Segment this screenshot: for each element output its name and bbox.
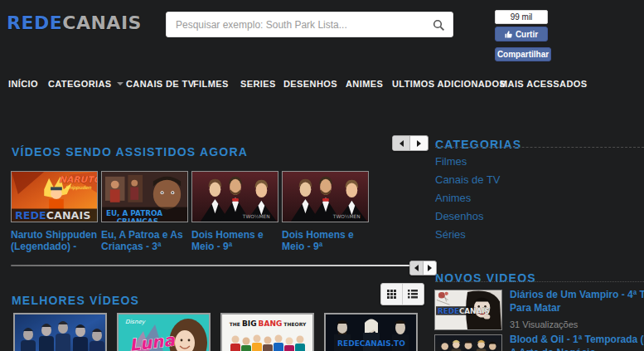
carousel-next-button[interactable] bbox=[410, 136, 428, 150]
svg-text:REDECANAIS: REDECANAIS bbox=[438, 307, 490, 315]
video-card: TWO½MEN Dois Homens e Meio - 9ª bbox=[282, 171, 370, 252]
bbt-bang-text: BANG bbox=[259, 319, 283, 328]
nav-inicio[interactable]: INÍCIO bbox=[8, 79, 38, 89]
carousel-prev-button[interactable] bbox=[393, 136, 410, 150]
arrow-right-icon bbox=[428, 265, 432, 271]
bbt-theory-text: THEORY bbox=[283, 321, 307, 327]
thumb-caption-line2: CRIANÇAS bbox=[117, 217, 158, 222]
nav-categorias-label: CATEGORIAS bbox=[48, 79, 112, 89]
section-divider bbox=[11, 265, 430, 266]
new-video-item: Blood & Oil - 1ª Temporada (Legendado) A… bbox=[510, 333, 644, 351]
watching-now-title: VÍDEOS SENDO ASSISTIDOS AGORA bbox=[12, 145, 248, 158]
new-video-title-line2[interactable]: A Arte do Negócio bbox=[510, 346, 644, 351]
thumbs-up-icon bbox=[505, 31, 512, 38]
sidebar-link-desenhos[interactable]: Desenhos bbox=[435, 207, 501, 226]
list-view-button[interactable] bbox=[403, 284, 424, 305]
chevron-down-icon bbox=[117, 82, 123, 85]
video-thumbnail-dois-homens[interactable]: TWO½MEN bbox=[191, 171, 278, 222]
new-video-views: 31 Visualizações bbox=[510, 319, 644, 329]
thumb-watermark-twomen: TWO½MEN bbox=[242, 214, 270, 219]
new-video-title-line1[interactable]: Diários de Um Vampiro - 4ª Temporada bbox=[510, 288, 644, 301]
logo-rede-text: REDE bbox=[7, 12, 62, 33]
video-card: EU, A PATROA CRIANÇAS Eu, A Patroa e As … bbox=[101, 171, 190, 252]
sidebar-divider bbox=[435, 147, 644, 148]
arrow-right-icon bbox=[417, 140, 421, 147]
bbt-the-text: THE bbox=[230, 321, 240, 327]
sidebar-link-series[interactable]: Séries bbox=[435, 226, 501, 244]
site-logo[interactable]: REDECANAIS bbox=[5, 8, 146, 37]
best-videos-row: Disney Luna THEBIGBANGTHEORY REDECANAIS.… bbox=[13, 313, 418, 351]
disney-brand-text: Disney bbox=[125, 319, 146, 325]
video-thumbnail-patroa[interactable]: EU, A PATROA CRIANÇAS bbox=[101, 171, 188, 222]
video-title[interactable]: Dois Homens e Meio - 9ª bbox=[282, 229, 373, 252]
view-mode-toggle bbox=[380, 283, 424, 305]
video-title[interactable]: Eu, A Patroa e As Crianças - 3ª bbox=[101, 229, 192, 252]
new-video-thumbnail-vampiro[interactable]: REDECANAIS bbox=[434, 290, 502, 330]
nav-desenhos[interactable]: DESENHOS bbox=[283, 79, 337, 89]
thumb-caption-line1: EU, A PATROA bbox=[106, 209, 162, 217]
facebook-like-button[interactable]: Curtir bbox=[495, 27, 548, 41]
carousel-prev-button[interactable] bbox=[410, 261, 424, 275]
carousel-next-button[interactable] bbox=[424, 261, 436, 275]
thumb-watermark-redecanais: REDECANAIS.TO bbox=[337, 339, 405, 348]
list-view-icon bbox=[408, 290, 418, 299]
new-video-title-line1[interactable]: Blood & Oil - 1ª Temporada (Legendado) bbox=[510, 333, 644, 346]
video-card: NARUTO Shippuden REDECANAIS Naruto Shipp… bbox=[11, 171, 99, 252]
facebook-widget: 99 mil Curtir Compartilhar bbox=[495, 10, 561, 61]
arrow-left-icon bbox=[414, 265, 419, 271]
sidebar-link-canais-de-tv[interactable]: Canais de TV bbox=[435, 171, 501, 189]
svg-text:REDECANAIS: REDECANAIS bbox=[15, 209, 90, 222]
new-video-title-line2[interactable]: Para Matar bbox=[510, 301, 644, 314]
nav-canais-de-tv[interactable]: CANAIS DE TV bbox=[126, 79, 194, 89]
naruto-subtitle-text: Shippuden bbox=[65, 185, 92, 191]
video-thumbnail-soy-luna[interactable]: Disney Luna bbox=[117, 313, 211, 351]
video-thumbnail-big-bang-theory[interactable]: THEBIGBANGTHEORY bbox=[220, 313, 314, 351]
nav-animes[interactable]: ANIMES bbox=[346, 79, 383, 89]
bbt-big-text: BIG bbox=[242, 319, 257, 328]
nav-series[interactable]: SERIES bbox=[240, 79, 276, 89]
video-title[interactable]: Naruto Shippuden (Legendado) - bbox=[11, 229, 102, 252]
nav-ultimos-adicionados[interactable]: ULTIMOS ADICIONADOS bbox=[392, 79, 506, 89]
thumb-watermark-twomen: TWO½MEN bbox=[332, 214, 361, 219]
video-thumbnail-got[interactable]: REDECANAIS.TO bbox=[324, 313, 418, 351]
arrow-left-icon bbox=[399, 140, 404, 147]
facebook-like-count: 99 mil bbox=[495, 10, 548, 24]
search-box bbox=[166, 12, 453, 37]
thumb-watermark-rede: REDE bbox=[15, 209, 46, 222]
thumb-watermark-canais: CANAIS bbox=[46, 209, 91, 222]
video-thumbnail-supernatural[interactable] bbox=[13, 313, 107, 351]
new-videos-divider bbox=[435, 281, 644, 282]
sidebar-category-links: Filmes Canais de TV Animes Desenhos Séri… bbox=[435, 153, 501, 244]
video-title[interactable]: Dois Homens e Meio - 9ª bbox=[191, 229, 283, 252]
video-thumbnail-dois-homens[interactable]: TWO½MEN bbox=[282, 171, 369, 222]
best-videos-title: MELHORES VÍDEOS bbox=[12, 294, 139, 307]
video-thumbnail-naruto[interactable]: NARUTO Shippuden REDECANAIS bbox=[11, 171, 98, 222]
svg-text:REDECANAIS: REDECANAIS bbox=[7, 12, 142, 33]
new-videos-title: NOVOS VIDEOS bbox=[435, 271, 536, 285]
sidebar-link-animes[interactable]: Animes bbox=[435, 189, 501, 207]
logo-canais-text: CANAIS bbox=[62, 12, 142, 33]
watching-now-row: NARUTO Shippuden REDECANAIS Naruto Shipp… bbox=[11, 171, 370, 252]
nav-categorias[interactable]: CATEGORIAS bbox=[48, 79, 123, 89]
grid-view-icon bbox=[387, 290, 396, 299]
new-videos-carousel-controls bbox=[409, 261, 437, 275]
nav-mais-acessados[interactable]: MAIS ACESSADOS bbox=[500, 79, 587, 89]
watching-carousel-controls bbox=[392, 135, 429, 151]
nav-filmes[interactable]: FILMES bbox=[193, 79, 229, 89]
new-video-item: Diários de Um Vampiro - 4ª Temporada Par… bbox=[510, 288, 644, 329]
facebook-like-label: Curtir bbox=[516, 30, 538, 39]
video-card: TWO½MEN Dois Homens e Meio - 9ª bbox=[191, 171, 280, 252]
search-icon[interactable] bbox=[433, 19, 445, 32]
sidebar-link-filmes[interactable]: Filmes bbox=[435, 153, 501, 171]
thumb-watermark-rede: REDE bbox=[438, 307, 459, 315]
sidebar-categories-title: CATEGORIAS bbox=[435, 138, 521, 151]
thumb-watermark-canais: CANAIS bbox=[459, 307, 490, 315]
facebook-share-button[interactable]: Compartilhar bbox=[495, 47, 551, 61]
new-video-thumbnail-blood-oil[interactable] bbox=[434, 334, 502, 351]
naruto-logo-text: NARUTO bbox=[59, 174, 98, 185]
grid-view-button[interactable] bbox=[381, 284, 403, 305]
search-input[interactable] bbox=[167, 12, 453, 37]
